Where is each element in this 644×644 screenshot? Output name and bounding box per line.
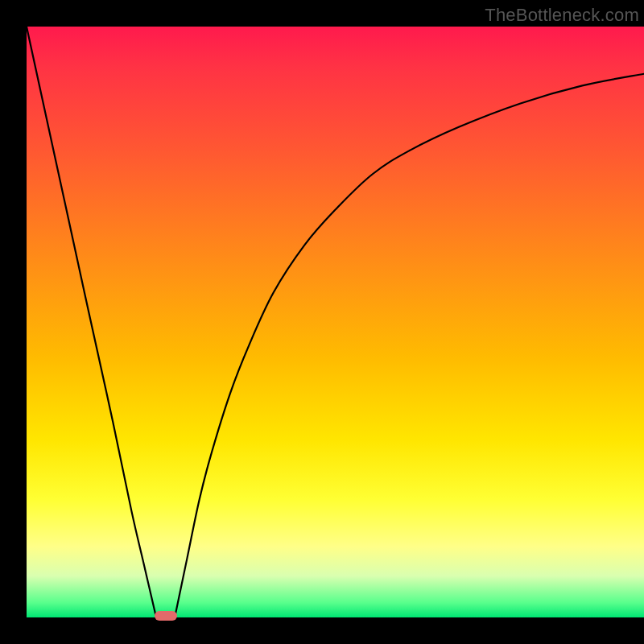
- chart-frame: TheBottleneck.com: [0, 0, 644, 644]
- curve-left-branch: [27, 27, 156, 617]
- watermark-text: TheBottleneck.com: [485, 5, 639, 26]
- curve-svg: [27, 27, 644, 617]
- minimum-marker: [155, 611, 177, 621]
- plot-area: [27, 27, 644, 617]
- curve-right-branch: [175, 74, 644, 617]
